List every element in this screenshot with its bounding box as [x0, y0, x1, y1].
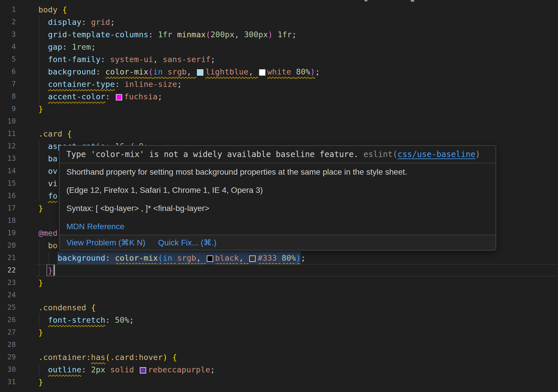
code-text[interactable]: font-stretch: 50%; — [16, 314, 558, 326]
code-text[interactable] — [16, 339, 558, 351]
code-text[interactable]: } — [16, 264, 558, 277]
line-number[interactable]: 17 — [0, 202, 16, 214]
code-token: rebeccapurple — [148, 365, 210, 374]
code-text[interactable]: body { — [16, 3, 558, 16]
line-number[interactable]: 28 — [0, 339, 16, 351]
code-text[interactable]: .container:has(.card:hover) { — [16, 351, 558, 363]
view-problem-action[interactable]: View Problem (⌘K N) — [66, 238, 145, 247]
code-text[interactable]: } — [16, 376, 558, 388]
code-token: ; — [110, 18, 115, 27]
line-number[interactable]: 29 — [0, 351, 16, 363]
line-number[interactable]: 16 — [0, 190, 16, 202]
line-number[interactable]: 12 — [0, 140, 16, 152]
line-number[interactable]: 30 — [0, 363, 16, 376]
code-token: 1fr — [278, 30, 292, 39]
code-text[interactable] — [16, 289, 558, 301]
code-text[interactable]: .card { — [16, 128, 558, 140]
code-token — [168, 353, 172, 362]
line-number[interactable]: 13 — [0, 152, 16, 165]
code-token: ( — [158, 253, 163, 262]
code-text[interactable]: background: color-mix(in srgb, black, #3… — [16, 252, 558, 264]
code-token — [38, 179, 48, 188]
code-token: 1fr — [158, 30, 172, 39]
code-token: 1rem — [72, 42, 91, 51]
code-token: ( — [105, 353, 110, 362]
line-number[interactable]: 9 — [0, 103, 16, 115]
code-text[interactable]: accent-color: fuchsia; — [16, 90, 558, 103]
code-line: 22 } — [0, 264, 558, 277]
color-swatch[interactable] — [140, 367, 146, 374]
color-swatch[interactable] — [116, 94, 122, 100]
line-number[interactable]: 25 — [0, 301, 16, 314]
line-number[interactable]: 31 — [0, 376, 16, 388]
matched-bracket: } — [48, 266, 53, 275]
code-editor: 1body {2 display: grid;3 grid-template-c… — [0, 0, 558, 392]
warning-underlined-range: accent-color — [48, 92, 105, 101]
line-number[interactable]: 8 — [0, 90, 16, 103]
code-token: { — [67, 129, 72, 138]
line-number[interactable]: 11 — [0, 128, 16, 140]
code-text[interactable]: .condensed { — [16, 301, 558, 314]
code-token — [38, 18, 48, 27]
code-token: ) — [296, 253, 301, 262]
line-number[interactable]: 19 — [0, 227, 16, 239]
code-text[interactable]: container-type: inline-size; — [16, 78, 558, 90]
code-token — [105, 365, 110, 374]
line-number[interactable]: 23 — [0, 277, 16, 289]
line-number[interactable]: 7 — [0, 78, 16, 90]
code-token — [38, 30, 48, 39]
code-token: ov — [48, 167, 57, 176]
line-number[interactable]: 22 — [0, 264, 16, 277]
line-number[interactable]: 5 — [0, 53, 16, 66]
code-token: outline — [48, 365, 81, 374]
eslint-rule-link[interactable]: css/use-baseline — [397, 150, 475, 159]
code-text[interactable]: } — [16, 103, 558, 115]
code-token: .card — [38, 129, 62, 138]
code-text[interactable]: } — [16, 277, 558, 289]
code-token: has — [91, 353, 105, 362]
code-token: } — [38, 204, 43, 213]
warning-underlined-range: container-type — [48, 80, 115, 89]
code-text[interactable]: gap: 1rem; — [16, 41, 558, 53]
line-number[interactable]: 4 — [0, 41, 16, 53]
line-number[interactable]: 21 — [0, 252, 16, 264]
code-text[interactable]: outline: 2px solid rebeccapurple; — [16, 363, 558, 376]
code-token: : — [62, 42, 72, 51]
code-token — [163, 67, 168, 76]
code-token: body — [38, 5, 57, 14]
warning-underlined-range: color-mix(in srgb, black, #333 80%) — [115, 253, 301, 262]
line-number[interactable]: 26 — [0, 314, 16, 326]
line-number[interactable]: 10 — [0, 115, 16, 128]
code-text[interactable]: } — [16, 326, 558, 339]
code-token: container-type — [48, 80, 115, 89]
code-token: white — [267, 67, 291, 76]
line-number[interactable]: 1 — [0, 3, 16, 16]
color-swatch[interactable] — [249, 255, 256, 262]
code-line: 30 outline: 2px solid rebeccapurple; — [0, 363, 558, 376]
line-number[interactable]: 18 — [0, 214, 16, 227]
mdn-reference-link[interactable]: MDN Reference — [66, 222, 124, 231]
code-token: grid-template-columns — [48, 30, 148, 39]
indent-guide — [39, 314, 40, 326]
color-swatch[interactable] — [259, 69, 265, 76]
warning-underlined-range: has — [91, 353, 105, 362]
code-token: , — [187, 67, 196, 76]
quick-fix-action[interactable]: Quick Fix... (⌘.) — [158, 238, 216, 247]
line-number[interactable]: 14 — [0, 165, 16, 177]
color-swatch[interactable] — [197, 69, 203, 76]
line-number[interactable]: 15 — [0, 177, 16, 190]
line-number[interactable]: 2 — [0, 16, 16, 28]
code-text[interactable]: background: color-mix(in srgb, lightblue… — [16, 66, 558, 78]
line-number[interactable]: 6 — [0, 66, 16, 78]
color-swatch[interactable] — [207, 255, 213, 262]
code-token: font-family — [48, 55, 101, 64]
line-number[interactable]: 20 — [0, 239, 16, 252]
line-number[interactable]: 24 — [0, 289, 16, 301]
line-number[interactable]: 27 — [0, 326, 16, 339]
code-token: bo — [48, 241, 57, 250]
code-text[interactable]: grid-template-columns: 1fr minmax(200px,… — [16, 28, 558, 41]
code-text[interactable]: font-family: system-ui, sans-serif; — [16, 53, 558, 66]
code-text[interactable]: display: grid; — [16, 16, 558, 28]
code-text[interactable] — [16, 115, 558, 128]
line-number[interactable]: 3 — [0, 28, 16, 41]
